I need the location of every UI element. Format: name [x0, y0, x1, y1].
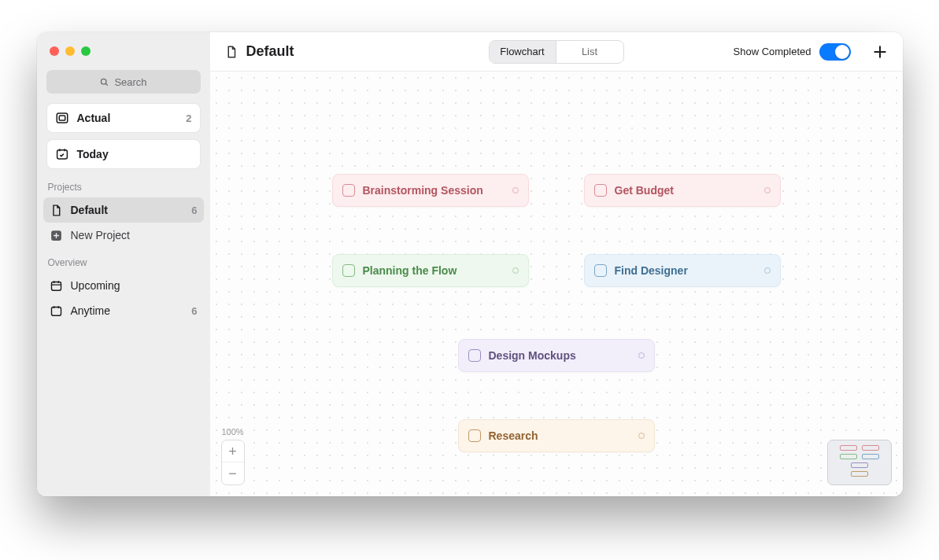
calendar-check-icon: [55, 147, 69, 161]
minimize-window-button[interactable]: [65, 46, 75, 56]
zoom-controls: 100% + −: [221, 427, 245, 485]
zoom-window-button[interactable]: [81, 46, 91, 56]
node-handle-icon[interactable]: [764, 187, 771, 193]
svg-rect-2: [57, 113, 68, 123]
sidebar-upcoming[interactable]: Upcoming: [43, 273, 204, 298]
flowchart-canvas[interactable]: Brainstorming Session Get Budget Plannin…: [210, 72, 903, 496]
calendar-blank-icon: [50, 304, 63, 318]
sidebar-today[interactable]: Today: [46, 139, 201, 169]
show-completed-toggle: Show Completed: [734, 43, 851, 61]
zoom-level: 100%: [221, 427, 243, 437]
sidebar-anytime-label: Anytime: [71, 304, 111, 317]
node-label: Planning the Flow: [363, 264, 457, 277]
node-budget[interactable]: Get Budget: [584, 174, 781, 207]
node-planning[interactable]: Planning the Flow: [332, 254, 529, 287]
sidebar-actual-label: Actual: [77, 112, 111, 124]
sidebar-upcoming-label: Upcoming: [71, 279, 120, 292]
svg-point-0: [102, 79, 107, 84]
node-label: Brainstorming Session: [363, 184, 483, 197]
search-placeholder: Search: [114, 76, 146, 88]
node-label: Design Mockups: [489, 349, 576, 362]
new-project-button[interactable]: New Project: [43, 223, 204, 248]
sidebar-actual[interactable]: Actual 2: [46, 103, 201, 133]
plus-icon: [872, 44, 888, 60]
topbar: Default Flowchart List Show Completed: [210, 32, 903, 72]
page-title-text: Default: [246, 43, 294, 60]
main-area: Default Flowchart List Show Completed: [210, 32, 903, 496]
node-handle-icon[interactable]: [512, 187, 519, 193]
node-label: Research: [489, 429, 538, 442]
zoom-out-button[interactable]: −: [222, 462, 244, 484]
node-label: Get Budget: [615, 184, 674, 197]
calendar-icon: [50, 279, 63, 293]
projects-heading: Projects: [37, 180, 210, 197]
search-icon: [99, 77, 109, 87]
svg-line-1: [106, 83, 109, 86]
node-mockups[interactable]: Design Mockups: [458, 339, 655, 372]
node-handle-icon[interactable]: [638, 352, 645, 359]
document-icon: [50, 204, 63, 217]
node-handle-icon[interactable]: [512, 267, 519, 274]
close-window-button[interactable]: [50, 46, 59, 56]
checkbox-icon[interactable]: [594, 264, 607, 277]
node-handle-icon[interactable]: [638, 433, 645, 439]
show-completed-switch[interactable]: [819, 43, 851, 61]
sidebar-today-label: Today: [77, 148, 109, 160]
sidebar-project-count: 6: [191, 204, 197, 216]
view-switcher: Flowchart List: [489, 40, 624, 64]
new-project-label: New Project: [71, 229, 130, 241]
add-task-button[interactable]: [871, 43, 889, 61]
sidebar: Search Actual 2 Today Projects Default 6: [37, 32, 210, 496]
node-label: Find Designer: [615, 264, 688, 277]
view-flowchart-tab[interactable]: Flowchart: [490, 41, 556, 63]
checkbox-icon[interactable]: [342, 264, 355, 277]
inbox-icon: [55, 111, 69, 125]
node-designer[interactable]: Find Designer: [584, 254, 781, 287]
svg-rect-7: [51, 307, 61, 315]
node-brainstorming[interactable]: Brainstorming Session: [332, 174, 529, 207]
sidebar-project-label: Default: [71, 204, 108, 216]
zoom-in-button[interactable]: +: [222, 440, 244, 462]
window-controls: [37, 32, 210, 67]
app-window: Search Actual 2 Today Projects Default 6: [37, 32, 903, 496]
svg-rect-6: [51, 282, 61, 290]
svg-rect-4: [57, 150, 67, 159]
node-research[interactable]: Research: [458, 419, 655, 452]
document-icon: [224, 45, 238, 59]
plus-square-icon: [50, 229, 63, 242]
sidebar-actual-count: 2: [186, 112, 191, 124]
view-list-tab[interactable]: List: [556, 41, 623, 63]
overview-heading: Overview: [37, 256, 210, 273]
checkbox-icon[interactable]: [594, 184, 607, 197]
show-completed-label: Show Completed: [734, 46, 811, 57]
search-input[interactable]: Search: [46, 70, 201, 94]
minimap[interactable]: [827, 440, 892, 485]
svg-rect-3: [59, 116, 65, 120]
checkbox-icon[interactable]: [468, 429, 481, 442]
sidebar-project-default[interactable]: Default 6: [43, 197, 204, 223]
checkbox-icon[interactable]: [468, 349, 481, 362]
page-title: Default: [224, 43, 294, 60]
flowchart-edges: [210, 72, 446, 190]
checkbox-icon[interactable]: [342, 184, 355, 197]
sidebar-anytime[interactable]: Anytime 6: [43, 298, 204, 323]
node-handle-icon[interactable]: [764, 267, 771, 274]
sidebar-anytime-count: 6: [191, 305, 197, 317]
